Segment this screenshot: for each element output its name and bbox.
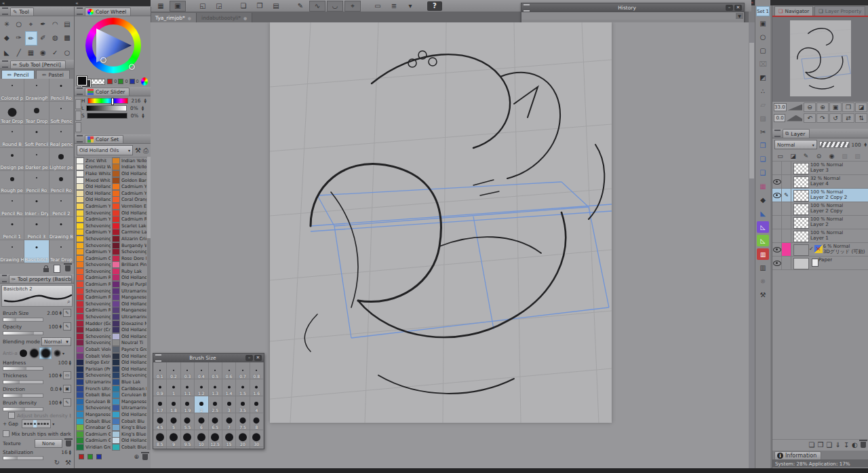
slider-value[interactable]: 0% [131, 113, 139, 119]
color-swatch[interactable] [112, 385, 120, 392]
brush-size-cell[interactable] [167, 447, 180, 449]
color-swatch[interactable] [112, 203, 120, 210]
color-swatch-row[interactable]: Madder (Geran [75, 320, 111, 327]
stabilization-slider[interactable] [3, 456, 43, 460]
color-swatch[interactable] [76, 379, 84, 385]
minimize-icon[interactable]: – [726, 5, 733, 11]
visibility-cell[interactable] [772, 162, 782, 174]
subtool-item[interactable]: Soft Pencil [24, 125, 49, 148]
color-swatch-row[interactable]: Golden Barok R [111, 177, 146, 184]
brush-size-cell[interactable]: 5 [167, 413, 180, 430]
curve-tool-icon[interactable]: ∿ [309, 1, 326, 12]
canvas-document[interactable] [270, 22, 612, 423]
color-swatch-row[interactable]: Manganese Vio [111, 307, 146, 314]
anti-aliasing-middle[interactable] [39, 347, 52, 359]
brush-size-cell[interactable]: 1.7 [153, 396, 167, 413]
slider-value[interactable]: 0% [130, 105, 138, 111]
gradient-pen-tool[interactable]: ✑ [13, 31, 25, 44]
subtool-item[interactable]: Tear Drop [24, 102, 49, 125]
visibility-cell[interactable] [772, 202, 782, 215]
tab-color-slider[interactable]: Color Slider [85, 88, 130, 96]
decoration-tool[interactable]: ▩ [61, 31, 73, 44]
material-red-icon[interactable]: ▥ [757, 248, 769, 260]
color-swatch[interactable] [112, 437, 120, 444]
transparent-color-chip[interactable] [90, 79, 106, 85]
color-swatch-row[interactable]: Brilliant Pin [111, 262, 146, 269]
marker-tool[interactable]: ◆ [1, 31, 13, 44]
color-swatch[interactable] [76, 339, 84, 346]
color-swatch-row[interactable]: Cadmium Yellow [111, 183, 146, 190]
layer-row[interactable]: ✓✕6 % Normal3Dグリッド (可動) [772, 243, 868, 257]
color-swatch-row[interactable]: Old Holland Re [111, 170, 146, 177]
clip-dropdown-icon[interactable]: ▭ [774, 151, 786, 160]
wrench-icon[interactable]: ⚒ [65, 459, 71, 466]
color-swatch-row[interactable]: Cremnitz Whit [75, 164, 111, 171]
pen-pressure-icon[interactable]: ✎ [63, 398, 71, 406]
brush-size-cell[interactable]: 0.2 [167, 362, 180, 379]
lock-alpha-icon[interactable]: ◉ [826, 151, 837, 160]
color-swatch[interactable] [76, 177, 84, 184]
subtool-item[interactable]: Inker - Dry [24, 194, 49, 217]
brush-size-titlebar[interactable]: Brush Size – ✕ [153, 354, 264, 362]
color-swatch[interactable] [76, 164, 84, 170]
color-swatch-row[interactable]: Cadmium Red S [75, 275, 111, 282]
color-swatch[interactable] [76, 235, 84, 242]
transfer-down-icon[interactable]: ⇓ [835, 441, 840, 449]
layer-row[interactable]: Paper [772, 257, 868, 270]
color-swatch-row[interactable]: Scheveningen Y [75, 235, 111, 242]
color-swatch[interactable] [76, 216, 84, 223]
color-set-select[interactable]: Old Holland Oils▾ [77, 145, 133, 155]
color-swatch-row[interactable]: Old Holland Vio [111, 333, 146, 340]
color-swatch-row[interactable]: Scheveningen B [75, 373, 111, 379]
sv-marker[interactable] [100, 57, 106, 63]
subtool-tab-pastel[interactable]: ✏Pastel [36, 70, 70, 79]
brush-size-cell[interactable]: 0.8 [250, 362, 264, 379]
zoom-100-icon[interactable]: ▣ [829, 102, 842, 112]
rotation-slider[interactable] [787, 115, 802, 121]
brush-size-cell[interactable]: 1.3 [209, 379, 222, 396]
merge-down-icon[interactable]: ↧ [844, 441, 849, 449]
color-swatch-row[interactable]: Old Holland Brig [111, 301, 146, 307]
brush-size-cell[interactable]: 3 [222, 396, 236, 413]
trash-icon[interactable] [861, 442, 866, 448]
brush-size-cell[interactable]: 9 [167, 430, 180, 447]
document-tab[interactable]: Tya_rimjob*● [151, 13, 197, 22]
brush-size-cell[interactable]: 12.5 [209, 430, 222, 447]
subtool-item[interactable]: Design pe [0, 148, 24, 171]
stepper-icon[interactable]: ▲▼ [142, 106, 144, 110]
slider-mode-tabs[interactable] [75, 99, 81, 132]
lock-icon[interactable] [43, 268, 49, 272]
color-swatch[interactable] [112, 372, 120, 379]
ruler-off-icon[interactable]: ▨ [839, 151, 850, 160]
color-swatch-row[interactable]: Indian Yellow O [111, 157, 146, 164]
color-swatch-row[interactable]: Rose Dore Mad [111, 255, 146, 262]
stepper-icon[interactable]: ▲▼ [60, 387, 62, 391]
magnifier-icon[interactable]: ⌕ [67, 298, 71, 305]
color-swatch-row[interactable]: Cobalt Blue Turq [75, 418, 111, 425]
line-tool[interactable]: ╱ [13, 46, 25, 59]
subtool-item[interactable]: Round B [0, 125, 24, 148]
color-swatch[interactable] [112, 392, 120, 398]
canvas-vertical-scrollbar[interactable] [749, 22, 755, 468]
color-swatch[interactable] [112, 229, 120, 235]
subtool-tab-pencil[interactable]: ✏Pencil [1, 70, 35, 79]
color-swatch-row[interactable]: Old Holland Blu [111, 366, 146, 373]
color-swatch-row[interactable]: Neutral Ti [111, 340, 146, 347]
subtool-item[interactable]: Pencil 1 [0, 217, 24, 240]
color-swatch-row[interactable]: Cerulean Blu [75, 398, 111, 405]
close-icon[interactable]: ● [243, 16, 247, 20]
color-swatch-row[interactable]: Cadmium Green [75, 431, 111, 438]
color-swatch-row[interactable]: Ultramarine Blu [111, 405, 146, 412]
color-swatch[interactable] [112, 216, 120, 223]
brush-size-cell[interactable]: 0.3 [181, 362, 195, 379]
color-swatch-row[interactable]: Old Holland Brig [111, 210, 146, 216]
color-swatch[interactable] [112, 353, 120, 360]
color-swatch[interactable] [112, 398, 120, 405]
rotation-value[interactable]: 0.0 [774, 114, 785, 122]
texture-button[interactable]: None [35, 439, 62, 448]
panel-menu-icon[interactable] [774, 130, 781, 137]
color-swatch[interactable] [112, 196, 120, 203]
color-swatch-row[interactable]: Cadmium Yellow [75, 248, 111, 255]
fit-screen-icon[interactable]: ❐ [842, 102, 854, 112]
color-swatch-row[interactable]: Old Holland Ma [111, 275, 146, 282]
